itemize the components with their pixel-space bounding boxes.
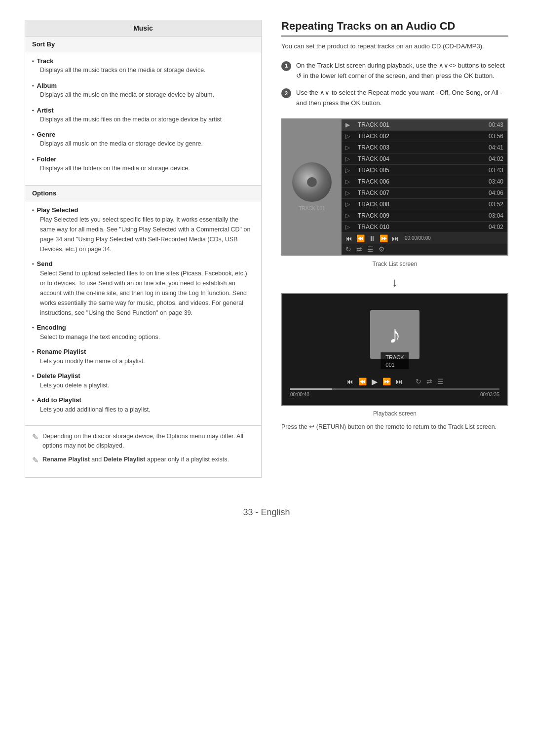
playback-track-label: TRACK 001 [381,352,409,369]
option-title-play-selected: Play Selected [32,206,254,214]
skip-back-icon[interactable]: ⏮ [345,234,352,242]
settings-icon[interactable]: ⚙ [379,245,385,253]
music-note-icon: ♪ [370,310,419,359]
playback-content: ♪ TRACK 001 [290,302,499,365]
note-icon-2: ✎ [32,454,38,466]
option-title-encoding: Encoding [32,324,254,331]
section-intro: You can set the product to repeat tracks… [281,41,508,52]
track-icon-7: ▷ [342,187,354,198]
option-send: Send Select Send to upload selected file… [32,260,254,318]
pb-play-icon[interactable]: ▶ [372,377,378,386]
repeat-icon[interactable]: ↻ [345,245,351,253]
controls-time: 00:00/00:00 [405,235,431,241]
sort-desc-album: Displays all the music on the media or s… [32,90,254,100]
playback-time-current: 00:00:40 [290,392,309,397]
progress-fill [290,388,332,390]
pb-skip-forward-icon[interactable]: ⏭ [396,378,403,385]
track-row-6: ▷ TRACK 006 03:40 [342,176,507,187]
step-text-2: Use the ∧∨ to select the Repeat mode you… [296,88,508,109]
rewind-icon[interactable]: ⏪ [356,234,365,242]
note-text-2: Rename Playlist and Delete Playlist appe… [42,455,229,464]
playback-time-total: 00:03:35 [480,392,499,397]
list-icon[interactable]: ☰ [367,245,374,253]
track-name-2: TRACK 002 [354,130,451,142]
option-add-to-playlist: Add to Playlist Lets you add additional … [32,396,254,415]
pb-shuffle-icon[interactable]: ⇄ [426,378,432,385]
option-play-selected: Play Selected Play Selected lets you sel… [32,206,254,254]
page-number: 33 - English [25,507,508,518]
sort-desc-folder: Displays all the folders on the media or… [32,164,254,173]
options-header: Options [25,185,261,201]
pb-rewind-icon[interactable]: ⏪ [358,378,367,385]
options-list: Play Selected Play Selected lets you sel… [25,201,261,425]
playback-screen: ♪ TRACK 001 ⏮ ⏪ ▶ ⏩ ⏭ ↻ ⇄ ☰ [281,293,508,406]
track-name-9: TRACK 009 [354,210,451,221]
track-time-3: 04:41 [451,142,507,153]
track-table: ▶ TRACK 001 00:43 ▷ TRACK 002 03:56 ▷ TR… [342,119,507,233]
notes-section: ✎ Depending on the disc or storage devic… [25,425,261,478]
track-row-9: ▷ TRACK 009 03:04 [342,210,507,221]
step-2: 2 Use the ∧∨ to select the Repeat mode y… [281,88,508,109]
playback-controls-bar: ⏮ ⏪ ⏸ ⏩ ⏭ 00:00/00:00 [342,233,507,244]
track-time-1: 00:43 [451,119,507,131]
sort-item-folder: Folder Displays all the folders on the m… [32,155,254,173]
sort-by-header: Sort By [25,37,261,52]
track-time-2: 03:56 [451,130,507,142]
sort-title-artist: Artist [32,107,254,114]
track-name-6: TRACK 006 [354,176,451,187]
track-time-7: 04:06 [451,187,507,198]
pb-menu-icon[interactable]: ☰ [437,378,444,385]
arrow-down-icon: ↓ [281,275,508,289]
album-disc [292,162,332,202]
option-title-send: Send [32,260,254,267]
section-title: Repeating Tracks on an Audio CD [281,20,508,37]
pb-repeat-icon[interactable]: ↻ [416,378,421,385]
step-num-2: 2 [281,88,291,98]
track-icon-3: ▷ [342,142,354,153]
track-time-8: 03:52 [451,198,507,210]
track-list-right: ▶ TRACK 001 00:43 ▷ TRACK 002 03:56 ▷ TR… [342,119,507,255]
left-column: Music Sort By Track Displays all the mus… [25,20,262,492]
progress-bar [290,388,499,390]
track-icon-8: ▷ [342,198,354,210]
option-desc-send: Select Send to upload selected files to … [32,268,254,318]
track-play-icon-1: ▶ [342,119,354,131]
track-name-8: TRACK 008 [354,198,451,210]
pb-fast-forward-icon[interactable]: ⏩ [382,378,391,385]
option-title-add-to-playlist: Add to Playlist [32,396,254,404]
step-1: 1 On the Track List screen during playba… [281,61,508,81]
sort-item-album: Album Displays all the music on the medi… [32,82,254,100]
fast-forward-icon[interactable]: ⏩ [380,234,388,242]
track-icon-6: ▷ [342,176,354,187]
option-desc-play-selected: Play Selected lets you select specific f… [32,215,254,254]
step-num-1: 1 [281,61,291,71]
shuffle-icon[interactable]: ⇄ [356,245,362,253]
pb-skip-back-icon[interactable]: ⏮ [346,378,353,385]
track-time-5: 03:43 [451,164,507,176]
option-rename-playlist: Rename Playlist Lets you modify the name… [32,348,254,366]
note-icon-1: ✎ [32,431,38,443]
disc-center [307,177,317,187]
option-desc-add-to-playlist: Lets you add additional files to a playl… [32,405,254,415]
track-list-label: Track List screen [281,261,508,267]
sort-title-genre: Genre [32,131,254,138]
track-name-5: TRACK 005 [354,164,451,176]
track-icon-2: ▷ [342,130,354,142]
step-text-1: On the Track List screen during playback… [296,61,508,81]
sort-title-track: Track [32,57,254,65]
skip-forward-icon[interactable]: ⏭ [392,234,399,242]
pause-icon[interactable]: ⏸ [369,234,376,242]
option-title-rename-playlist: Rename Playlist [32,348,254,355]
option-encoding: Encoding Select to manage the text encod… [32,324,254,342]
music-note-symbol: ♪ [389,320,401,349]
track-time-4: 04:02 [451,153,507,164]
track-row-3: ▷ TRACK 003 04:41 [342,142,507,153]
option-desc-rename-playlist: Lets you modify the name of a playlist. [32,356,254,366]
bottom-icons-bar: ↻ ⇄ ☰ ⚙ [342,244,507,255]
option-desc-encoding: Select to manage the text encoding optio… [32,332,254,342]
track-time-6: 03:40 [451,176,507,187]
playback-screen-label: Playback screen [281,410,508,417]
track-row-7: ▷ TRACK 007 04:06 [342,187,507,198]
sort-desc-artist: Displays all the music files on the medi… [32,115,254,124]
track-row-8: ▷ TRACK 008 03:52 [342,198,507,210]
